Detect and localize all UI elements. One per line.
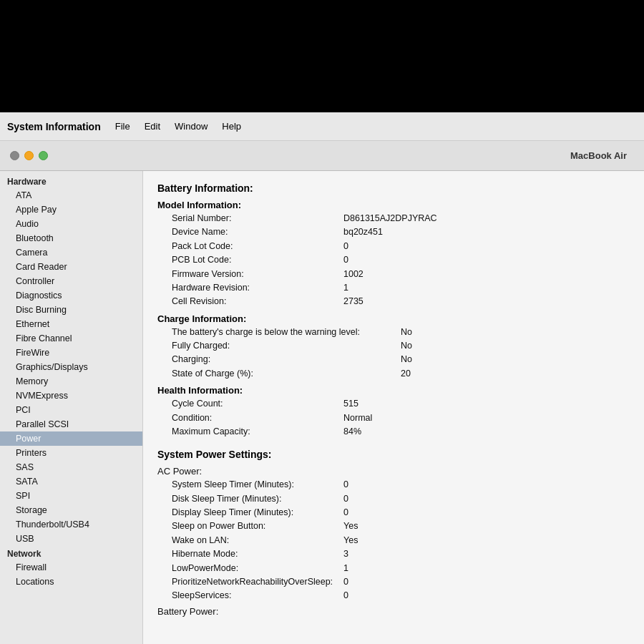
- condition-row: Condition: Normal: [157, 411, 630, 425]
- sleep-power-button-row: Sleep on Power Button: Yes: [157, 519, 630, 533]
- menu-window[interactable]: Window: [175, 121, 208, 132]
- pcb-lot-row: PCB Lot Code: 0: [157, 253, 630, 267]
- battery-power-label: Battery Power:: [157, 606, 630, 617]
- model-info-group: Model Information: Serial Number: D86131…: [157, 200, 630, 309]
- sidebar-item-apple-pay[interactable]: Apple Pay: [0, 203, 142, 217]
- device-name-label: Device Name:: [157, 225, 343, 239]
- state-of-charge-label: State of Charge (%):: [157, 367, 401, 381]
- charging-value: No: [401, 353, 412, 366]
- sidebar-item-bluetooth[interactable]: Bluetooth: [0, 231, 142, 245]
- sidebar-item-locations[interactable]: Locations: [0, 575, 142, 589]
- disk-sleep-label: Disk Sleep Timer (Minutes):: [157, 492, 343, 506]
- state-of-charge-row: State of Charge (%): 20: [157, 367, 630, 381]
- serial-number-row: Serial Number: D861315AJ2DPJYRAC: [157, 212, 630, 225]
- sidebar-item-ethernet[interactable]: Ethernet: [0, 317, 142, 331]
- pcb-lot-label: PCB Lot Code:: [157, 253, 343, 267]
- fully-charged-row: Fully Charged: No: [157, 339, 630, 353]
- sidebar-item-controller[interactable]: Controller: [0, 274, 142, 288]
- sidebar-item-storage[interactable]: Storage: [0, 503, 142, 517]
- sidebar-item-graphics[interactable]: Graphics/Displays: [0, 360, 142, 374]
- sleep-services-value: 0: [343, 589, 348, 602]
- power-settings-section: System Power Settings: AC Power: System …: [157, 449, 630, 616]
- minimize-button[interactable]: [24, 151, 34, 160]
- sidebar-item-memory[interactable]: Memory: [0, 374, 142, 389]
- prioritize-network-row: PrioritizeNetworkReachabilityOverSleep: …: [157, 575, 630, 589]
- fully-charged-label: Fully Charged:: [157, 339, 401, 353]
- pack-lot-label: Pack Lot Code:: [157, 240, 343, 253]
- sidebar-item-disc-burning[interactable]: Disc Burning: [0, 303, 142, 317]
- wake-on-lan-value: Yes: [343, 534, 358, 547]
- ac-power-label: AC Power:: [157, 466, 630, 477]
- cycle-count-value: 515: [343, 397, 358, 411]
- sidebar-item-diagnostics[interactable]: Diagnostics: [0, 288, 142, 303]
- cell-revision-label: Cell Revision:: [157, 295, 343, 308]
- menu-file[interactable]: File: [115, 121, 130, 132]
- sidebar-item-spi[interactable]: SPI: [0, 489, 142, 503]
- maximize-button[interactable]: [39, 151, 48, 160]
- sidebar-item-usb[interactable]: USB: [0, 532, 142, 546]
- sidebar-item-ata[interactable]: ATA: [0, 188, 142, 203]
- battery-section-title: Battery Information:: [157, 182, 630, 194]
- sidebar-item-fibre-channel[interactable]: Fibre Channel: [0, 331, 142, 346]
- max-capacity-label: Maximum Capacity:: [157, 425, 343, 439]
- close-button[interactable]: [10, 151, 19, 160]
- disk-sleep-value: 0: [343, 492, 348, 506]
- cell-revision-value: 2735: [343, 295, 364, 308]
- sidebar-item-thunderbolt[interactable]: Thunderbolt/USB4: [0, 517, 142, 532]
- sidebar-item-camera[interactable]: Camera: [0, 245, 142, 260]
- system-sleep-row: System Sleep Timer (Minutes): 0: [157, 478, 630, 492]
- menu-edit[interactable]: Edit: [145, 121, 160, 132]
- prioritize-network-value: 0: [343, 575, 348, 589]
- sidebar-item-firewall[interactable]: Firewall: [0, 560, 142, 575]
- pcb-lot-value: 0: [343, 253, 348, 267]
- menu-bar: System Information File Edit Window Help: [0, 112, 644, 141]
- warning-level-label: The battery's charge is below the warnin…: [157, 326, 401, 339]
- disk-sleep-row: Disk Sleep Timer (Minutes): 0: [157, 492, 630, 506]
- hardware-revision-label: Hardware Revision:: [157, 281, 343, 295]
- sidebar-item-power[interactable]: Power: [0, 431, 142, 446]
- sidebar-item-sas[interactable]: SAS: [0, 460, 142, 474]
- charge-info-title: Charge Information:: [157, 313, 630, 324]
- low-power-mode-row: LowPowerMode: 1: [157, 562, 630, 575]
- cell-revision-row: Cell Revision: 2735: [157, 295, 630, 308]
- pack-lot-value: 0: [343, 240, 348, 253]
- sidebar-item-nvmexpress[interactable]: NVMExpress: [0, 389, 142, 403]
- title-bar: MacBook Air: [0, 141, 644, 171]
- fully-charged-value: No: [401, 339, 412, 353]
- sidebar-item-parallel-scsi[interactable]: Parallel SCSI: [0, 417, 142, 431]
- app-menu-name[interactable]: System Information: [7, 121, 101, 132]
- hardware-revision-value: 1: [343, 281, 348, 295]
- charging-label: Charging:: [157, 353, 401, 366]
- sleep-services-label: SleepServices:: [157, 589, 343, 602]
- sidebar-item-sata[interactable]: SATA: [0, 474, 142, 489]
- state-of-charge-value: 20: [401, 367, 411, 381]
- system-sleep-label: System Sleep Timer (Minutes):: [157, 478, 343, 492]
- low-power-mode-label: LowPowerMode:: [157, 562, 343, 575]
- menu-help[interactable]: Help: [222, 121, 241, 132]
- sidebar[interactable]: Hardware ATA Apple Pay Audio Bluetooth C…: [0, 171, 143, 644]
- wake-on-lan-row: Wake on LAN: Yes: [157, 534, 630, 547]
- network-section-header: Network: [0, 546, 142, 560]
- warning-level-row: The battery's charge is below the warnin…: [157, 326, 630, 339]
- sidebar-item-printers[interactable]: Printers: [0, 446, 142, 460]
- top-black-bar: [0, 0, 644, 112]
- sidebar-item-pci[interactable]: PCI: [0, 403, 142, 417]
- system-sleep-value: 0: [343, 478, 348, 492]
- hibernate-mode-row: Hibernate Mode: 3: [157, 547, 630, 561]
- hibernate-mode-label: Hibernate Mode:: [157, 547, 343, 561]
- sidebar-item-audio[interactable]: Audio: [0, 217, 142, 231]
- pack-lot-row: Pack Lot Code: 0: [157, 240, 630, 253]
- app-window: System Information File Edit Window Help…: [0, 112, 644, 644]
- serial-number-value: D861315AJ2DPJYRAC: [343, 212, 437, 225]
- prioritize-network-label: PrioritizeNetworkReachabilityOverSleep:: [157, 575, 343, 589]
- serial-number-label: Serial Number:: [157, 212, 343, 225]
- health-info-group: Health Information: Cycle Count: 515 Con…: [157, 385, 630, 439]
- max-capacity-value: 84%: [343, 425, 361, 439]
- warning-level-value: No: [401, 326, 412, 339]
- low-power-mode-value: 1: [343, 562, 348, 575]
- sidebar-item-firewire[interactable]: FireWire: [0, 346, 142, 360]
- sidebar-item-card-reader[interactable]: Card Reader: [0, 260, 142, 274]
- power-section-title: System Power Settings:: [157, 449, 630, 460]
- cycle-count-label: Cycle Count:: [157, 397, 343, 411]
- device-name-row: Device Name: bq20z451: [157, 225, 630, 239]
